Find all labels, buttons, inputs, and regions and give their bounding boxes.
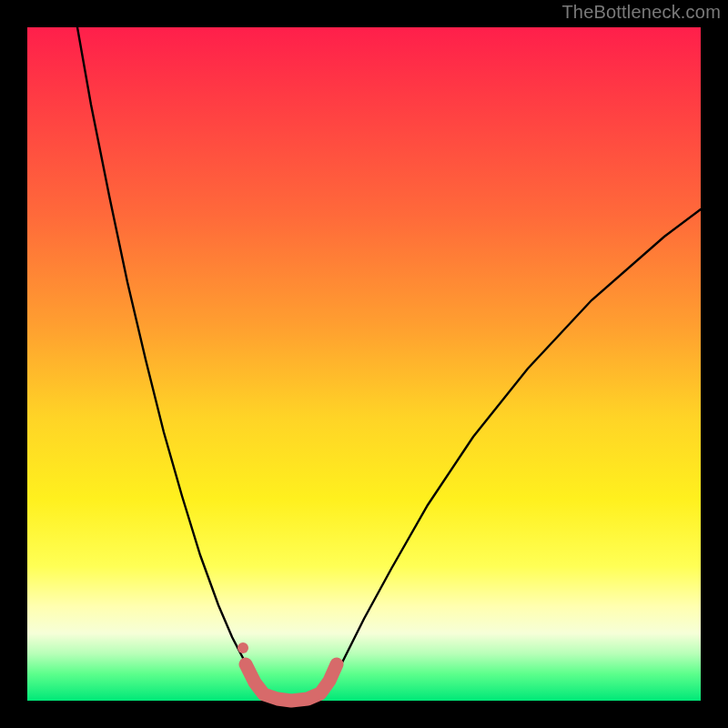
plot-area (27, 27, 701, 701)
watermark-text: TheBottleneck.com (561, 2, 721, 23)
chart-frame: TheBottleneck.com (0, 0, 728, 728)
accent-dot (238, 642, 248, 653)
bottleneck-curve (77, 27, 701, 701)
curve-svg (27, 27, 701, 701)
valley-accent (246, 664, 337, 701)
